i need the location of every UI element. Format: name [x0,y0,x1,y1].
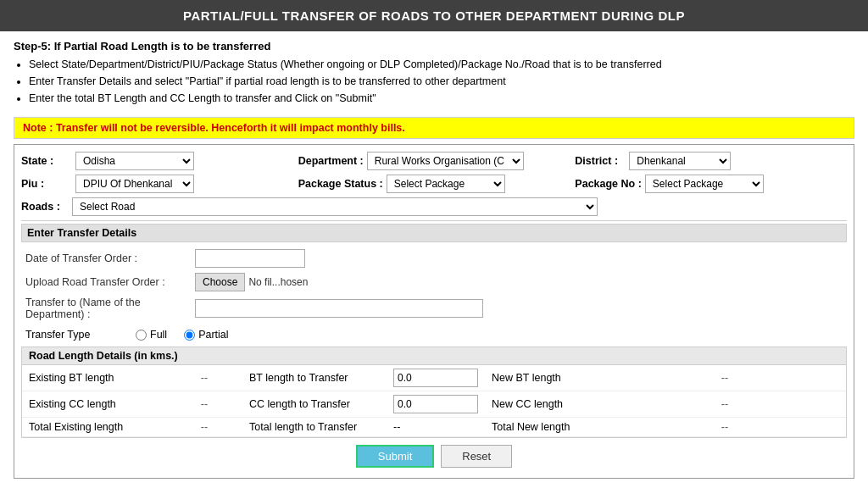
cc-transfer-input[interactable] [393,395,478,413]
transfer-details-table: Date of Transfer Order : Upload Road Tra… [21,247,847,323]
instructions-section: Step-5: If Partial Road Length is to be … [0,31,868,112]
reset-button[interactable]: Reset [441,445,512,468]
partial-label: Partial [198,329,228,341]
total-existing-value: -- [166,418,242,437]
page-title: PARTIAL/FULL TRANSFER OF ROADS TO OTHER … [183,8,685,23]
district-label: District : [575,155,626,167]
department-select[interactable]: Rural Works Organisation (C [367,152,524,170]
piu-select[interactable]: DPIU Of Dhenkanal [75,175,194,193]
package-status-field: Package Status : Select Package [298,175,570,193]
page-header: PARTIAL/FULL TRANSFER OF ROADS TO OTHER … [0,0,868,31]
package-no-field: Package No : Select Package [575,175,847,193]
row-state-dept-district: State : Odisha Department : Rural Works … [21,152,847,170]
note-bar: Note : Transfer will not be reversible. … [14,117,854,139]
total-new-value: -- [604,418,846,437]
state-select[interactable]: Odisha [75,152,194,170]
full-radio-option: Full [136,329,167,341]
date-of-transfer-input[interactable] [195,249,305,268]
piu-label: Piu : [21,178,72,190]
new-bt-value: -- [604,365,846,391]
total-new-label: Total New length [485,418,604,437]
state-label: State : [21,155,72,167]
form-container: State : Odisha Department : Rural Works … [14,144,854,479]
district-field: District : Dhenkanal [575,152,847,170]
instruction-item-2: Enter Transfer Details and select "Parti… [29,73,854,90]
road-length-section: Road Length Details (in kms.) Existing B… [21,347,847,438]
transfer-to-row: Transfer to (Name of the Department) : [21,294,847,323]
file-upload-area: Choose No fil...hosen [195,273,800,291]
package-status-label: Package Status : [298,178,383,190]
upload-label: Upload Road Transfer Order : [21,270,191,294]
transfer-to-cell [191,294,847,323]
total-length-row: Total Existing length -- Total length to… [22,418,846,437]
transfer-type-radio-group: Full Partial [136,329,229,341]
upload-cell: Choose No fil...hosen [191,270,804,294]
transfer-type-label: Transfer Type [25,329,127,341]
cc-transfer-label: CC length to Transfer [242,391,387,418]
file-name-display: No fil...hosen [248,276,308,288]
transfer-type-row: Transfer Type Full Partial [21,326,847,343]
road-length-table: Existing BT length -- BT length to Trans… [22,365,846,437]
piu-field: Piu : DPIU Of Dhenkanal [21,175,293,193]
road-length-header: Road Length Details (in kms.) [22,347,846,365]
state-field: State : Odisha [21,152,293,170]
new-bt-label: New BT length [485,365,604,391]
existing-cc-label: Existing CC length [22,391,166,418]
row-roads: Roads : Select Road [21,197,847,216]
department-field: Department : Rural Works Organisation (C [298,152,570,170]
note-text: Note : Transfer will not be reversible. … [23,122,405,134]
submit-button[interactable]: Submit [356,445,434,468]
full-label: Full [150,329,167,341]
instructions-list: Select State/Department/District/PIU/Pac… [29,56,854,107]
date-of-transfer-cell [191,247,804,270]
package-no-select[interactable]: Select Package [645,175,764,193]
package-status-select[interactable]: Select Package [387,175,505,193]
package-no-label: Package No : [575,178,642,190]
bt-transfer-input[interactable] [393,369,478,387]
step-title: Step-5: If Partial Road Length is to be … [14,40,854,53]
transfer-to-input[interactable] [195,299,483,318]
existing-cc-value: -- [166,391,242,418]
total-existing-label: Total Existing length [22,418,166,437]
instruction-item-1: Select State/Department/District/PIU/Pac… [29,56,854,73]
total-transfer-value: -- [393,421,400,433]
total-transfer-label: Total length to Transfer [242,418,387,437]
partial-radio[interactable] [184,330,195,341]
full-radio[interactable] [136,330,147,341]
new-cc-label: New CC length [485,391,604,418]
date-of-transfer-label: Date of Transfer Order : [21,247,191,270]
transfer-details-header: Enter Transfer Details [21,224,847,242]
bt-transfer-label: BT length to Transfer [242,365,387,391]
new-cc-value: -- [604,391,846,418]
district-select[interactable]: Dhenkanal [629,152,731,170]
roads-select[interactable]: Select Road [72,197,598,216]
bt-transfer-input-cell [387,365,485,391]
partial-radio-option: Partial [184,329,228,341]
department-label: Department : [298,155,364,167]
row-piu-pkgstatus-pkgno: Piu : DPIU Of Dhenkanal Package Status :… [21,175,847,193]
total-transfer-value-cell: -- [387,418,485,437]
action-row: Submit Reset [21,438,847,471]
upload-row: Upload Road Transfer Order : Choose No f… [21,270,847,294]
cc-transfer-input-cell [387,391,485,418]
cc-length-row: Existing CC length -- CC length to Trans… [22,391,846,418]
date-of-transfer-row: Date of Transfer Order : [21,247,847,270]
existing-bt-value: -- [166,365,242,391]
instruction-item-3: Enter the total BT Length and CC Length … [29,90,854,107]
bt-length-row: Existing BT length -- BT length to Trans… [22,365,846,391]
transfer-to-label: Transfer to (Name of the Department) : [21,294,191,323]
choose-file-button[interactable]: Choose [195,273,245,291]
roads-label: Roads : [21,201,72,213]
existing-bt-label: Existing BT length [22,365,166,391]
